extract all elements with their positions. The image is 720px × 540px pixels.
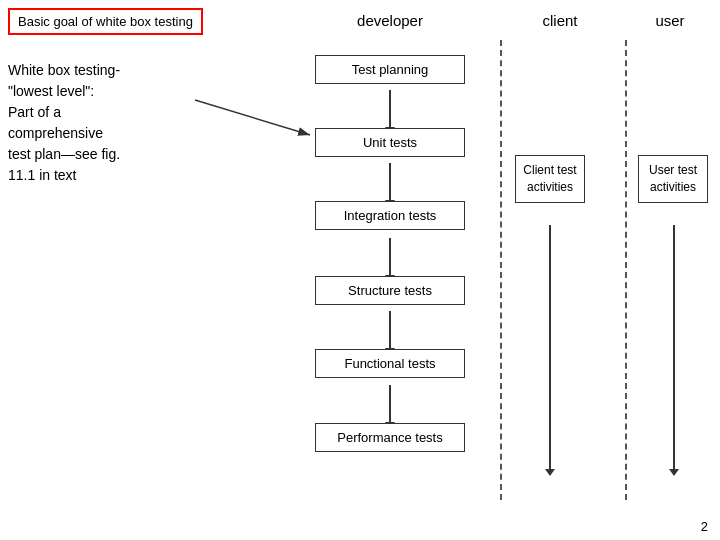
- functional-tests-box: Functional tests: [315, 349, 465, 378]
- diagonal-arrow: [195, 100, 320, 150]
- title-text: Basic goal of white box testing: [18, 14, 193, 29]
- left-line5: test plan—see fig.: [8, 146, 120, 162]
- left-line4: comprehensive: [8, 125, 103, 141]
- arrow-functional-performance: [389, 385, 391, 423]
- client-vline: [500, 40, 502, 500]
- client-test-box: Client test activities: [515, 155, 585, 203]
- left-description: White box testing- "lowest level": Part …: [8, 60, 218, 186]
- left-line1: White box testing-: [8, 62, 120, 78]
- user-test-box: User test activities: [638, 155, 708, 203]
- title-box: Basic goal of white box testing: [8, 8, 203, 35]
- page-number: 2: [701, 519, 708, 534]
- col-user-label: user: [630, 12, 710, 29]
- col-client-label: client: [510, 12, 610, 29]
- left-line6: 11.1 in text: [8, 167, 77, 183]
- arrow-integration-structure: [389, 238, 391, 276]
- arrow-planning-unit: [389, 90, 391, 128]
- user-down-arrow: [673, 225, 675, 470]
- test-planning-box: Test planning: [315, 55, 465, 84]
- col-developer-label: developer: [310, 12, 470, 29]
- integration-tests-box: Integration tests: [315, 201, 465, 230]
- user-vline: [625, 40, 627, 500]
- arrow-structure-functional: [389, 311, 391, 349]
- client-down-arrow: [549, 225, 551, 470]
- unit-tests-box: Unit tests: [315, 128, 465, 157]
- left-line3: Part of a: [8, 104, 61, 120]
- structure-tests-box: Structure tests: [315, 276, 465, 305]
- performance-tests-box: Performance tests: [315, 423, 465, 452]
- left-line2: "lowest level":: [8, 83, 94, 99]
- arrow-unit-integration: [389, 163, 391, 201]
- svg-line-1: [195, 100, 310, 135]
